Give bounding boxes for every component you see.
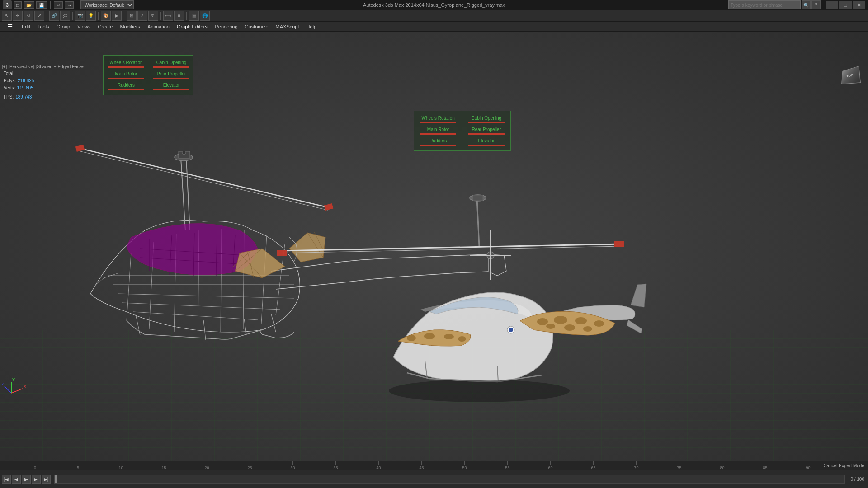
- main-viewport[interactable]: X Y Z Total Polys: 218 825 Verts: 119 60…: [0, 32, 868, 470]
- timeline-play[interactable]: ▶: [22, 475, 31, 484]
- tool-move[interactable]: ✛: [13, 11, 23, 21]
- help-button[interactable]: ?: [811, 0, 821, 9]
- scene-svg: X Y Z: [0, 32, 868, 470]
- menu-item-maxscript[interactable]: MAXScript: [272, 22, 303, 32]
- tick-65: 65: [572, 461, 615, 470]
- svg-point-77: [470, 195, 486, 201]
- cabin-opening-bar-left[interactable]: [153, 66, 189, 68]
- menu-item-tools[interactable]: Tools: [34, 22, 53, 32]
- control-rudders-right: Rudders: [419, 138, 458, 146]
- wheels-rotation-bar-left[interactable]: [108, 66, 144, 68]
- tool-render[interactable]: ▶: [112, 11, 122, 21]
- menu-item-create[interactable]: Create: [94, 22, 116, 32]
- timeline-goto-end[interactable]: ▶|: [42, 475, 51, 484]
- cabin-opening-bar-right[interactable]: [468, 122, 505, 123]
- menu-item-animation[interactable]: Animation: [144, 22, 173, 32]
- timeline-next-frame[interactable]: ▶|: [32, 475, 41, 484]
- menu-item-modifiers[interactable]: Modifiers: [116, 22, 144, 32]
- tool-rotate[interactable]: ↻: [24, 11, 33, 21]
- menu-item-customize[interactable]: Customize: [241, 22, 272, 32]
- svg-line-72: [280, 244, 622, 251]
- menu-item-rendering[interactable]: Rendering: [211, 22, 241, 32]
- main-rotor-bar-left[interactable]: [108, 78, 144, 79]
- tool-scene[interactable]: 🌐: [200, 11, 210, 21]
- tick-0: 0: [14, 461, 57, 470]
- elevator-bar-right[interactable]: [468, 145, 505, 146]
- viewcube[interactable]: TOP: [840, 68, 864, 93]
- tick-30: 30: [271, 461, 314, 470]
- svg-rect-91: [473, 195, 483, 201]
- tick-75: 75: [658, 461, 701, 470]
- elevator-bar-left[interactable]: [153, 89, 189, 90]
- svg-line-40: [122, 303, 280, 310]
- svg-point-81: [554, 316, 567, 324]
- tool-mirror[interactable]: ⟺: [163, 11, 173, 21]
- tick-line: [250, 461, 250, 465]
- tool-link[interactable]: 🔗: [49, 11, 59, 21]
- workspace-selector[interactable]: Workspace: Default: [80, 0, 134, 9]
- svg-line-51: [186, 158, 190, 230]
- menu-item-edit[interactable]: Edit: [18, 22, 34, 32]
- timeline-thumb[interactable]: [55, 475, 57, 483]
- tick-line: [378, 461, 379, 465]
- tool-percent-snap[interactable]: %: [148, 11, 158, 21]
- control-cabin-opening-right: Cabin Opening: [467, 116, 506, 123]
- tick-10: 10: [99, 461, 142, 470]
- verts-label: Verts:: [4, 84, 15, 92]
- tool-select[interactable]: ↖: [2, 11, 12, 21]
- tick-line: [507, 461, 508, 465]
- menu-item-graph-editors[interactable]: Graph Editors: [173, 22, 211, 32]
- tool-scale[interactable]: ⤢: [34, 11, 44, 21]
- titlebar-right: 🔍 ? ─ □ ✕: [728, 0, 865, 9]
- control-panel-right: Wheels Rotation Cabin Opening Main Rotor…: [414, 111, 511, 151]
- tool-align[interactable]: ≡: [174, 11, 184, 21]
- svg-line-67: [248, 252, 254, 279]
- tick-60: 60: [529, 461, 572, 470]
- open-button[interactable]: 📂: [24, 1, 34, 9]
- new-button[interactable]: □: [14, 1, 22, 9]
- tool-unlink[interactable]: ⛓: [60, 11, 70, 21]
- viewcube-box[interactable]: TOP: [841, 66, 861, 84]
- tool-angle-snap[interactable]: ∠: [137, 11, 147, 21]
- separator: [50, 1, 51, 9]
- tick-line: [808, 461, 808, 465]
- svg-point-88: [424, 333, 435, 339]
- search-button[interactable]: 🔍: [802, 0, 811, 9]
- rear-propeller-bar-left[interactable]: [153, 78, 189, 79]
- svg-point-87: [407, 335, 416, 341]
- redo-button[interactable]: ↪: [65, 1, 74, 9]
- rudders-bar-right[interactable]: [420, 145, 456, 146]
- timeline-slider[interactable]: [54, 475, 845, 484]
- tool-snap[interactable]: ⊞: [127, 11, 137, 21]
- svg-line-60: [136, 314, 140, 335]
- tick-line: [421, 461, 422, 465]
- maximize-button[interactable]: □: [839, 1, 852, 9]
- timeline: |◀ ◀ ▶ ▶| ▶| 0 / 100: [0, 470, 868, 488]
- rear-propeller-bar-right[interactable]: [468, 133, 505, 135]
- main-rotor-bar-right[interactable]: [420, 133, 456, 135]
- tick-number: 50: [462, 465, 467, 470]
- minimize-button[interactable]: ─: [826, 1, 838, 9]
- tool-layer[interactable]: ▤: [189, 11, 199, 21]
- tool-material[interactable]: 🎨: [101, 11, 111, 21]
- menu-item-help[interactable]: Help: [303, 22, 321, 32]
- timeline-goto-start[interactable]: |◀: [2, 475, 11, 484]
- tool-light[interactable]: 💡: [86, 11, 96, 21]
- undo-button[interactable]: ↩: [54, 1, 63, 9]
- tool-camera[interactable]: 📷: [75, 11, 85, 21]
- rudders-bar-left[interactable]: [108, 89, 144, 90]
- rudders-label-right: Rudders: [429, 138, 447, 143]
- close-button[interactable]: ✕: [853, 1, 865, 9]
- tick-number: 20: [204, 465, 209, 470]
- timeline-prev-frame[interactable]: ◀: [12, 475, 21, 484]
- menu-item-views[interactable]: Views: [74, 22, 94, 32]
- svg-point-80: [537, 318, 548, 325]
- svg-line-54: [80, 151, 328, 210]
- app-logo: 3: [3, 0, 12, 9]
- fps-value: 189,743: [15, 94, 32, 101]
- save-button[interactable]: 💾: [36, 1, 47, 9]
- menu-file[interactable]: ☰: [2, 22, 18, 32]
- search-input[interactable]: [728, 0, 801, 9]
- menu-item-group[interactable]: Group: [53, 22, 74, 32]
- wheels-rotation-bar-right[interactable]: [420, 122, 456, 123]
